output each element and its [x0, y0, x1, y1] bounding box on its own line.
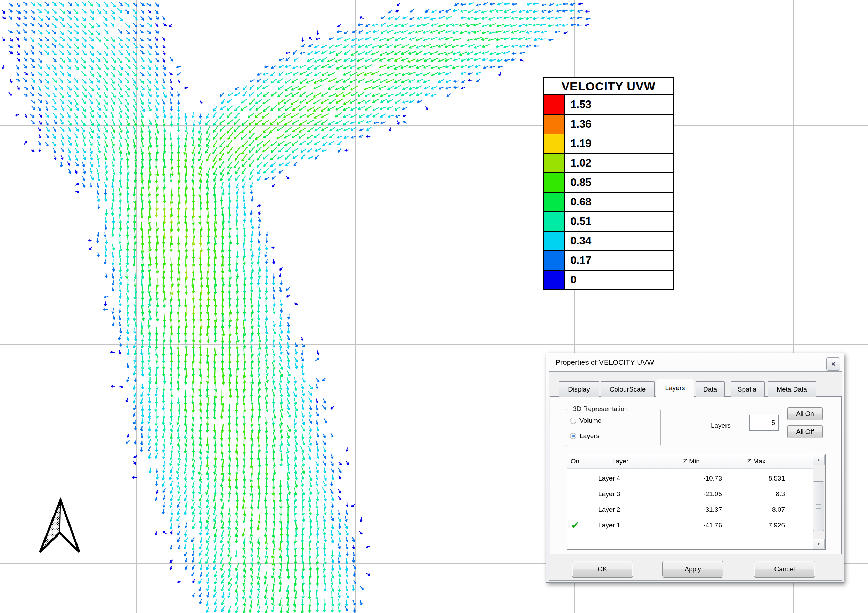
legend-row: 1.53 [544, 95, 673, 115]
apply-button[interactable]: Apply [662, 561, 723, 577]
row-check[interactable] [567, 470, 583, 486]
radio-layers-circle[interactable] [570, 433, 577, 439]
layers-count-field[interactable]: 5 [749, 415, 779, 431]
row-layer-name: Layer 1 [598, 517, 620, 533]
legend-row: 1.36 [544, 115, 673, 134]
row-zmin: -10.73 [658, 470, 722, 486]
table-row[interactable]: Layer 2 -31.37 8.07 [567, 502, 811, 517]
properties-dialog: Properties of:VELOCITY UVW ✕ Display Col… [546, 353, 844, 583]
check-icon[interactable]: ✔ [567, 517, 583, 533]
table-row[interactable]: Layer 4 -10.73 8.531 [567, 470, 811, 486]
column-separator [583, 456, 583, 467]
legend-swatch [544, 95, 565, 114]
legend: VELOCITY UVW 1.53 1.36 1.19 1.02 0.85 0.… [543, 77, 674, 290]
row-zmax: 8.3 [725, 486, 785, 502]
row-zmin: -21.05 [658, 486, 722, 502]
row-check[interactable] [567, 502, 583, 517]
all-on-button[interactable]: All On [787, 407, 823, 421]
ok-button[interactable]: OK [572, 561, 633, 577]
table-row[interactable]: Layer 3 -21.05 8.3 [567, 486, 811, 502]
scrollbar-thumb[interactable] [813, 481, 824, 531]
legend-value: 0.85 [565, 173, 673, 192]
tab-colourscale[interactable]: ColourScale [601, 382, 654, 397]
tab-layers[interactable]: Layers [656, 379, 694, 397]
legend-swatch [544, 134, 565, 153]
row-layer-name: Layer 4 [598, 470, 620, 486]
row-layer-name: Layer 2 [598, 502, 620, 517]
cancel-button[interactable]: Cancel [754, 561, 815, 577]
row-zmax: 7.926 [725, 517, 785, 533]
layers-count-label: Layers [699, 422, 731, 430]
app-viewport: { "map": { "background": "#ffffff", "gri… [0, 0, 868, 613]
legend-value: 0.68 [565, 192, 673, 211]
column-separator [658, 456, 658, 467]
legend-row: 0 [544, 270, 673, 289]
layers-table: On Layer Z Min Z Max Layer 4 -10.73 8.53… [567, 454, 826, 550]
legend-value: 0 [565, 270, 673, 289]
column-header-layer[interactable]: Layer [583, 455, 658, 469]
table-row[interactable]: ✔ Layer 1 -41.76 7.926 [567, 517, 811, 533]
legend-value: 0.34 [565, 231, 673, 250]
radio-layers[interactable]: Layers [570, 432, 599, 440]
legend-row: 0.17 [544, 251, 673, 270]
legend-swatch [544, 173, 565, 192]
legend-row: 0.51 [544, 212, 673, 231]
legend-value: 1.02 [565, 154, 673, 172]
column-separator [725, 456, 725, 467]
legend-swatch [544, 231, 565, 250]
column-header-zmin[interactable]: Z Min [658, 455, 725, 469]
representation-group-label: 3D Representation [571, 405, 630, 413]
dialog-title: Properties of:VELOCITY UVW [555, 358, 654, 366]
legend-value: 1.36 [565, 115, 673, 133]
north-arrow-icon [35, 497, 84, 557]
all-off-button[interactable]: All Off [787, 425, 823, 438]
scrollbar-grip [816, 504, 822, 509]
scroll-down-icon[interactable]: ▼ [813, 539, 825, 549]
legend-value: 0.17 [565, 251, 673, 270]
legend-value: 1.19 [565, 134, 673, 153]
radio-layers-label: Layers [580, 432, 599, 440]
tab-display[interactable]: Display [559, 382, 599, 397]
row-zmax: 8.531 [725, 470, 785, 486]
row-zmax: 8.07 [725, 502, 785, 517]
row-check[interactable] [567, 486, 583, 502]
radio-volume-circle[interactable] [570, 417, 577, 424]
legend-swatch [544, 154, 565, 172]
tab-spatial[interactable]: Spatial [731, 382, 765, 397]
legend-row: 0.68 [544, 192, 673, 212]
legend-swatch [544, 115, 565, 133]
radio-volume[interactable]: Volume [570, 417, 601, 425]
tab-meta-data[interactable]: Meta Data [767, 382, 816, 397]
row-layer-name: Layer 3 [598, 486, 620, 502]
legend-swatch [544, 192, 565, 211]
legend-swatch [544, 270, 565, 289]
representation-group: 3D Representation Volume Layers [566, 409, 661, 446]
close-icon[interactable]: ✕ [826, 357, 840, 371]
legend-row: 0.85 [544, 173, 673, 192]
column-header-zmax[interactable]: Z Max [725, 455, 788, 469]
row-zmin: -41.76 [658, 517, 722, 533]
layers-table-header: On Layer Z Min Z Max [567, 455, 825, 469]
radio-volume-label: Volume [580, 417, 601, 425]
legend-swatch [544, 212, 565, 231]
legend-swatch [544, 251, 565, 270]
scroll-up-icon[interactable]: ▲ [813, 455, 825, 465]
legend-row: 1.02 [544, 154, 673, 173]
legend-value: 1.53 [565, 95, 673, 114]
row-zmin: -31.37 [658, 502, 722, 517]
column-separator [788, 456, 788, 467]
legend-title: VELOCITY UVW [544, 78, 673, 95]
table-scrollbar[interactable]: ▲ ▼ [813, 455, 825, 549]
legend-value: 0.51 [565, 212, 673, 231]
column-header-on[interactable]: On [567, 455, 583, 469]
tab-data[interactable]: Data [696, 382, 725, 397]
legend-row: 1.19 [544, 134, 673, 154]
legend-row: 0.34 [544, 231, 673, 251]
